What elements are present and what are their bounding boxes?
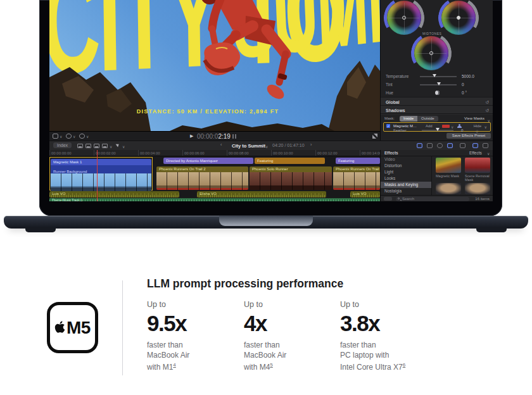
feather-slider[interactable] bbox=[422, 130, 453, 131]
footnote-link[interactable]: 4 bbox=[173, 362, 175, 368]
effect-enabled-checkbox[interactable]: ✓ bbox=[386, 124, 390, 128]
effects-chevron-icon[interactable]: ∨ bbox=[86, 134, 89, 139]
audio-clip[interactable]: Elisha VO bbox=[197, 191, 326, 198]
video-clip-filmstrip[interactable] bbox=[156, 172, 248, 190]
effect-thumbnail[interactable] bbox=[436, 158, 461, 173]
insert-clip-icon[interactable] bbox=[86, 144, 91, 148]
outside-option[interactable]: Outside bbox=[417, 116, 438, 122]
video-clip-label[interactable]: Phoenix Runners On Trail 2 bbox=[333, 166, 380, 172]
video-clip-filmstrip[interactable] bbox=[250, 172, 332, 190]
expand-viewer-icon[interactable] bbox=[372, 134, 377, 139]
magnetic-mask-effect-row[interactable]: ✓ Magnetic M… Add ∨ Hide ∨ Feather 0 ◇ bbox=[383, 122, 491, 132]
effects-category[interactable]: Looks bbox=[381, 175, 431, 182]
mask-inside-outside-toggle[interactable]: Inside Outside bbox=[400, 116, 438, 122]
hide-chevron-icon[interactable]: ∨ bbox=[484, 125, 487, 129]
browser-toggle-icon[interactable] bbox=[472, 143, 478, 148]
timeline-appearance-icon[interactable] bbox=[460, 143, 466, 148]
stat-prefix: Up to bbox=[340, 300, 435, 309]
transform-icon[interactable] bbox=[53, 134, 58, 139]
audio-clip[interactable]: Luis VO bbox=[49, 191, 179, 198]
effects-category[interactable]: Distortion bbox=[381, 163, 431, 169]
timeline-toolbar: Index ∨ ∨ ‹ City to Summit ∨ 04:20 / 01:… bbox=[49, 141, 493, 150]
inspector-toggle-icon[interactable] bbox=[483, 143, 488, 148]
title-clip[interactable]: Directed by Antonio Manriquez bbox=[163, 158, 253, 164]
mask-add-menu[interactable]: Add bbox=[426, 124, 433, 128]
mask-color-swatch[interactable] bbox=[442, 125, 450, 128]
hue-knob[interactable] bbox=[435, 91, 440, 95]
effects-overlay-icon[interactable] bbox=[79, 134, 85, 139]
effects-category[interactable]: Nostalgia bbox=[381, 188, 431, 194]
connect-clip-icon[interactable] bbox=[77, 144, 83, 148]
append-clip-icon[interactable] bbox=[94, 144, 99, 148]
inside-option[interactable]: Inside bbox=[400, 116, 417, 122]
selected-clip-outline[interactable]: Magnetic Mask 1 Runner Background bbox=[49, 157, 153, 191]
stat-column: Up to 4x faster than MacBook Air with M4… bbox=[244, 300, 339, 373]
audio-meter-icon[interactable] bbox=[232, 134, 234, 139]
music-clip[interactable]: Theme Music Track 1 bbox=[49, 198, 380, 201]
color-wheel-highlights[interactable] bbox=[441, 1, 476, 35]
video-clip-label[interactable]: Phoenix Solo Runner bbox=[250, 166, 332, 172]
save-effects-preset-button[interactable]: Save Effects Preset bbox=[446, 133, 491, 139]
color-wheel-midtones[interactable] bbox=[414, 36, 448, 70]
footnote-link[interactable]: 5 bbox=[270, 362, 272, 368]
project-title[interactable]: City to Summit bbox=[232, 143, 265, 149]
audio-meter-icon[interactable] bbox=[235, 134, 236, 139]
title-clip[interactable]: Featuring bbox=[255, 158, 325, 164]
stat-prefix: Up to bbox=[244, 300, 339, 309]
ruler-tick: 00:00:10:00 bbox=[273, 151, 293, 155]
sort-chevron-icon[interactable]: ∨ bbox=[487, 151, 490, 156]
tool-chevron-icon[interactable]: ∨ bbox=[122, 144, 125, 149]
overwrite-clip-icon[interactable] bbox=[102, 144, 108, 148]
effects-sort-header[interactable]: Effects bbox=[469, 151, 482, 155]
view-masks-menu[interactable]: View Masks bbox=[464, 114, 484, 123]
index-button[interactable]: Index bbox=[53, 142, 72, 148]
magnetic-mask-clip[interactable]: Magnetic Mask 1 bbox=[51, 159, 151, 165]
ruler-tick: 00:00:14:00 bbox=[362, 151, 382, 155]
video-clip-filmstrip[interactable] bbox=[51, 173, 151, 191]
keyframe-diamond-icon[interactable]: ◇ bbox=[476, 129, 479, 133]
feather-value[interactable]: 0 bbox=[461, 129, 463, 132]
video-clip-filmstrip[interactable] bbox=[333, 172, 380, 190]
select-tool-icon[interactable] bbox=[116, 142, 120, 147]
footnote-link[interactable]: 6 bbox=[403, 362, 405, 368]
effects-search-input[interactable]: Search bbox=[396, 197, 469, 201]
tint-slider[interactable] bbox=[420, 84, 457, 85]
color-wheel-shadows[interactable] bbox=[387, 1, 421, 35]
ruler-tick: 00:00:02:00 bbox=[96, 151, 116, 155]
effects-category-selected[interactable]: Masks and Keying bbox=[381, 182, 431, 188]
play-icon[interactable]: ▶ bbox=[190, 134, 193, 139]
previous-item-icon[interactable]: ‹ bbox=[220, 142, 222, 147]
stat-caption: faster than PC laptop with Intel Core Ul… bbox=[340, 341, 435, 373]
audio-clip[interactable]: Luis VO bbox=[350, 191, 380, 198]
temperature-slider[interactable] bbox=[420, 76, 457, 77]
mask-hide-menu[interactable]: Hide bbox=[474, 124, 481, 128]
thumbnail-view-icon[interactable] bbox=[384, 197, 392, 201]
title-clip[interactable]: Featuring bbox=[336, 158, 380, 164]
effect-thumbnail[interactable] bbox=[465, 158, 490, 173]
effect-thumbnail[interactable] bbox=[465, 183, 490, 194]
next-item-icon[interactable]: › bbox=[310, 142, 312, 147]
snapping-icon[interactable] bbox=[447, 143, 453, 148]
ruler-tick: 00:00:12:00 bbox=[317, 151, 338, 155]
solo-icon[interactable] bbox=[437, 143, 443, 148]
chip-label: M5 bbox=[66, 318, 91, 338]
effects-category[interactable]: Light bbox=[381, 169, 431, 175]
timeline-ruler[interactable]: 00:00:00:00 00:00:02:00 00:00:04:00 00:0… bbox=[49, 150, 380, 156]
video-clip-label[interactable]: Phoenix Runners On Trail 2 bbox=[156, 166, 248, 172]
trim-tools-icon[interactable] bbox=[66, 134, 72, 139]
effect-thumbnail[interactable] bbox=[436, 183, 461, 194]
project-chevron-icon[interactable]: ∨ bbox=[265, 144, 268, 149]
effects-category[interactable]: Video bbox=[381, 156, 431, 163]
transform-chevron-icon[interactable]: ∨ bbox=[60, 134, 62, 139]
stat-value: 3.8x bbox=[340, 311, 435, 336]
temperature-value[interactable]: 5000.0 bbox=[462, 72, 474, 80]
tint-value[interactable]: 0 bbox=[462, 80, 464, 89]
effects-grid: Magnetic Mask Scene Removal Mask bbox=[431, 156, 493, 195]
hue-value[interactable]: 0 ° bbox=[462, 89, 467, 97]
swatch-chevron-icon[interactable]: ∨ bbox=[451, 125, 453, 129]
playhead[interactable] bbox=[97, 150, 98, 201]
trim-chevron-icon[interactable]: ∨ bbox=[73, 134, 75, 139]
audio-skimming-icon[interactable] bbox=[427, 143, 433, 148]
edit-tools-chevron-icon[interactable]: ∨ bbox=[110, 144, 112, 149]
skimming-icon[interactable] bbox=[417, 143, 422, 148]
